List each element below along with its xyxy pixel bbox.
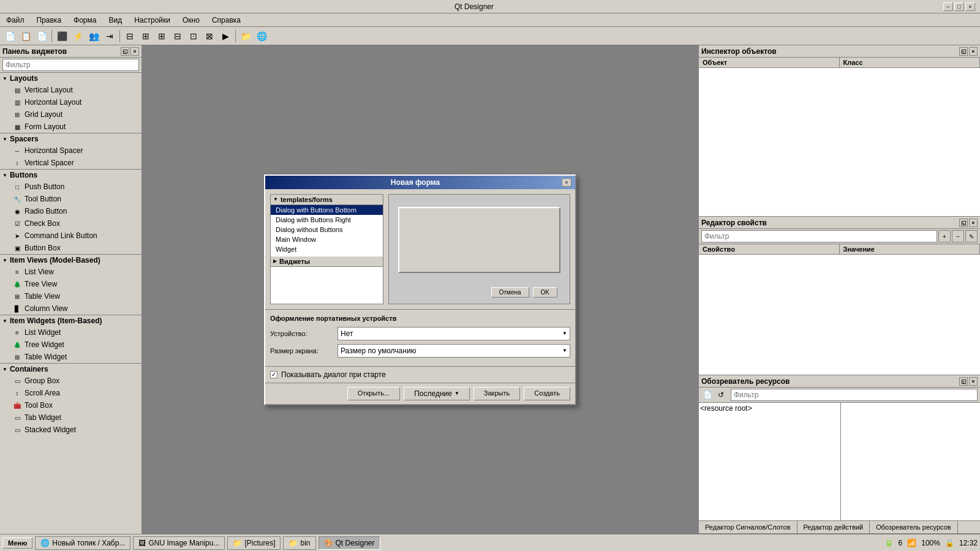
- menu-view[interactable]: Вид: [105, 15, 126, 26]
- widget-tool-button[interactable]: 🔧 Tool Button: [0, 193, 141, 205]
- panel-close-btn[interactable]: ×: [130, 47, 139, 56]
- form-item-widget[interactable]: Widget: [271, 244, 383, 254]
- taskbar-item-4[interactable]: 🎨 Qt Designer: [318, 536, 380, 550]
- widget-grid-layout[interactable]: ⊞ Grid Layout: [0, 108, 141, 121]
- pe-close-btn[interactable]: ×: [969, 219, 978, 227]
- minimize-btn[interactable]: −: [943, 2, 953, 11]
- widget-group-box[interactable]: ▭ Group Box: [0, 375, 141, 387]
- resource-filter-input[interactable]: [731, 389, 978, 401]
- form-item-dialog-bottom[interactable]: Dialog with Buttons Bottom: [271, 205, 383, 215]
- widget-tree-widget[interactable]: 🌲 Tree Widget: [0, 339, 141, 351]
- object-table-body[interactable]: [699, 68, 980, 216]
- screen-size-combo[interactable]: Размер по умолчанию ▼: [337, 344, 570, 358]
- widget-form-layout[interactable]: ▦ Form Layout: [0, 121, 141, 133]
- oi-float-btn[interactable]: ◱: [959, 47, 968, 56]
- rb-close-btn[interactable]: ×: [969, 377, 978, 386]
- widget-vertical-layout[interactable]: ▤ Vertical Layout: [0, 84, 141, 96]
- widget-tool-box[interactable]: 🧰 Tool Box: [0, 399, 141, 411]
- window-controls[interactable]: − □ ×: [943, 2, 975, 11]
- category-layouts[interactable]: ▼ Layouts: [0, 72, 141, 84]
- toolbar-resource[interactable]: 📁: [238, 29, 253, 43]
- taskbar-item-2[interactable]: 📁 [Pictures]: [227, 536, 281, 550]
- preview-cancel-btn[interactable]: Отмена: [491, 287, 529, 298]
- category-item-views[interactable]: ▼ Item Views (Model-Based): [0, 254, 141, 266]
- toolbar-layout-break[interactable]: ⊡: [186, 29, 201, 43]
- pe-float-btn[interactable]: ◱: [959, 219, 968, 227]
- widget-column-view[interactable]: ▊ Column View: [0, 302, 141, 315]
- widget-list-view[interactable]: ≡ List View: [0, 266, 141, 278]
- toolbar-layout-v[interactable]: ⊞: [138, 29, 153, 43]
- widget-radio-button[interactable]: ◉ Radio Button: [0, 205, 141, 217]
- taskbar-item-1[interactable]: 🖼 GNU Image Manipu...: [133, 536, 225, 550]
- panel-float-btn[interactable]: ◱: [121, 47, 129, 56]
- category-containers[interactable]: ▼ Containers: [0, 363, 141, 375]
- form-item-dialog-no-btns[interactable]: Dialog without Buttons: [271, 225, 383, 234]
- menu-window[interactable]: Окно: [179, 15, 203, 26]
- widget-stacked-widget[interactable]: ▭ Stacked Widget: [0, 424, 141, 436]
- menu-settings[interactable]: Настройки: [130, 15, 174, 26]
- tab-resources[interactable]: Обозреватель ресурсов: [870, 521, 957, 533]
- tab-signal-slot[interactable]: Редактор Сигналов/Слотов: [699, 521, 797, 533]
- widget-button-box[interactable]: ▣ Button Box: [0, 242, 141, 254]
- widget-h-spacer[interactable]: ↔ Horizontal Spacer: [0, 144, 141, 157]
- toolbar-layout-grid[interactable]: ⊞: [154, 29, 169, 43]
- resource-new-btn[interactable]: 📄: [701, 389, 714, 401]
- widget-filter-input[interactable]: [2, 59, 139, 71]
- widget-command-link[interactable]: ➤ Command Link Button: [0, 230, 141, 242]
- toolbar-paste[interactable]: 📄: [34, 29, 49, 43]
- widget-v-spacer[interactable]: ↕ Vertical Spacer: [0, 157, 141, 169]
- open-btn[interactable]: Открыть...: [347, 387, 400, 400]
- category-buttons[interactable]: ▼ Buttons: [0, 169, 141, 181]
- widget-tab-widget[interactable]: ▭ Tab Widget: [0, 411, 141, 424]
- resource-tree[interactable]: <resource root>: [699, 403, 841, 520]
- design-canvas[interactable]: Новая форма × ▼ templates/forms Dialog w…: [142, 45, 698, 534]
- menu-file[interactable]: Файл: [2, 15, 28, 26]
- toolbar-layout-form[interactable]: ⊟: [170, 29, 185, 43]
- recent-btn[interactable]: Последние ▼: [404, 387, 470, 400]
- maximize-btn[interactable]: □: [954, 2, 964, 11]
- tab-actions[interactable]: Редактор действий: [797, 521, 870, 533]
- toolbar-layout-h[interactable]: ⊟: [123, 29, 137, 43]
- rb-float-btn[interactable]: ◱: [959, 377, 968, 386]
- prop-edit-btn[interactable]: ✎: [965, 230, 978, 242]
- oi-close-btn[interactable]: ×: [969, 47, 978, 56]
- device-combo[interactable]: Нет ▼: [337, 327, 570, 340]
- toolbar-localize[interactable]: 🌐: [254, 29, 269, 43]
- show-dialog-checkbox[interactable]: ✓: [270, 371, 277, 378]
- close-form-btn[interactable]: Закрыть: [473, 387, 520, 400]
- toolbar-adjust[interactable]: ⊠: [202, 29, 217, 43]
- prop-remove-btn[interactable]: −: [952, 230, 964, 242]
- form-item-dialog-right[interactable]: Dialog with Buttons Right: [271, 215, 383, 225]
- widget-list-widget[interactable]: ≡ List Widget: [0, 326, 141, 339]
- widget-scroll-area[interactable]: ↕ Scroll Area: [0, 387, 141, 399]
- menu-edit[interactable]: Правка: [33, 15, 66, 26]
- create-btn[interactable]: Создать: [524, 387, 570, 400]
- form-item-main-window[interactable]: Main Window: [271, 234, 383, 244]
- toolbar-tab-mode[interactable]: ⇥: [102, 29, 117, 43]
- toolbar-buddy-mode[interactable]: 👥: [86, 29, 101, 43]
- widget-check-box[interactable]: ☑ Check Box: [0, 217, 141, 230]
- category-item-widgets[interactable]: ▼ Item Widgets (Item-Based): [0, 315, 141, 326]
- toolbar-new[interactable]: 📄: [2, 29, 17, 43]
- widget-push-button[interactable]: □ Push Button: [0, 181, 141, 193]
- toolbar-signal-mode[interactable]: ⚡: [70, 29, 85, 43]
- toolbar-preview[interactable]: ▶: [218, 29, 233, 43]
- taskbar-start[interactable]: Меню: [2, 538, 32, 549]
- widget-table-widget[interactable]: ⊞ Table Widget: [0, 351, 141, 363]
- prop-add-btn[interactable]: +: [938, 230, 951, 242]
- resource-refresh-btn[interactable]: ↺: [715, 389, 727, 401]
- toolbar-widget-mode[interactable]: ⬛: [55, 29, 69, 43]
- resource-detail[interactable]: [841, 403, 980, 520]
- close-btn[interactable]: ×: [965, 2, 975, 11]
- widget-horizontal-layout[interactable]: ▥ Horizontal Layout: [0, 96, 141, 108]
- menu-help[interactable]: Справка: [208, 15, 244, 26]
- widget-table-view[interactable]: ⊞ Table View: [0, 290, 141, 302]
- widget-tree-view[interactable]: 🌲 Tree View: [0, 278, 141, 290]
- menu-form[interactable]: Форма: [70, 15, 100, 26]
- taskbar-item-3[interactable]: 📁 bin: [283, 536, 315, 550]
- property-table-body[interactable]: [699, 255, 980, 375]
- taskbar-item-0[interactable]: 🌐 Новый топик / Хабр...: [35, 536, 130, 550]
- property-filter-input[interactable]: [701, 230, 937, 242]
- toolbar-copy[interactable]: 📋: [18, 29, 33, 43]
- preview-ok-btn[interactable]: OK: [533, 287, 557, 298]
